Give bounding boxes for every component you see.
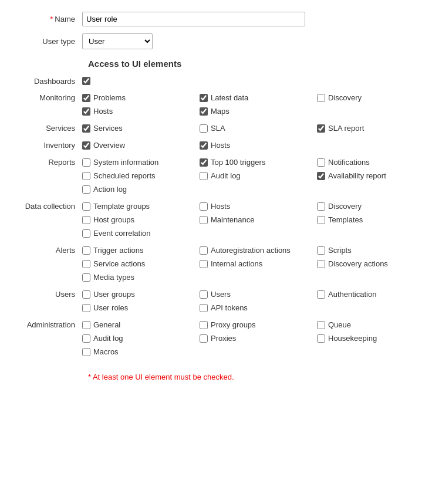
label-availability[interactable]: Availability report <box>328 171 386 180</box>
checkbox-system_info[interactable] <box>82 158 90 167</box>
label-autoreg_actions[interactable]: Autoregistration actions <box>211 246 291 255</box>
label-audit_log_adm[interactable]: Audit log <box>93 334 123 343</box>
user-type-label: User type <box>18 37 82 46</box>
checkbox-services[interactable] <box>82 124 90 133</box>
label-sla_report[interactable]: SLA report <box>328 124 364 133</box>
checkbox-scheduled_reports[interactable] <box>82 172 90 180</box>
label-user_roles[interactable]: User roles <box>93 303 128 312</box>
checkbox-host_groups[interactable] <box>82 216 90 224</box>
checkbox-autoreg_actions[interactable] <box>200 246 208 255</box>
label-discovery_dc[interactable]: Discovery <box>328 202 362 211</box>
checkbox-notifications[interactable] <box>317 158 325 167</box>
item-discovery_mon: Discovery <box>317 92 432 103</box>
checkbox-action_log[interactable] <box>82 185 90 194</box>
section-row-services: ServicesServicesSLASLA report <box>18 123 414 134</box>
section-items-services: ServicesSLASLA report <box>82 123 432 134</box>
checkbox-scripts[interactable] <box>317 246 325 255</box>
checkbox-problems[interactable] <box>82 94 90 102</box>
label-action_log[interactable]: Action log <box>93 185 127 194</box>
label-discovery_actions[interactable]: Discovery actions <box>328 259 388 268</box>
checkbox-service_actions[interactable] <box>82 260 90 268</box>
label-template_groups[interactable]: Template groups <box>93 202 150 211</box>
checkbox-trigger_actions[interactable] <box>82 246 90 255</box>
label-latest_data[interactable]: Latest data <box>211 93 248 102</box>
checkbox-macros[interactable] <box>82 348 90 356</box>
label-trigger_actions[interactable]: Trigger actions <box>93 246 144 255</box>
label-templates[interactable]: Templates <box>328 215 363 224</box>
checkbox-sla[interactable] <box>200 124 208 133</box>
label-maintenance[interactable]: Maintenance <box>211 215 254 224</box>
label-notifications[interactable]: Notifications <box>328 158 370 167</box>
label-media_types[interactable]: Media types <box>93 273 134 282</box>
section-row-inventory: InventoryOverviewHosts <box>18 140 414 151</box>
item-hosts_mon: Hosts <box>82 106 200 117</box>
label-event_corr[interactable]: Event correlation <box>93 229 151 238</box>
section-row-reports: ReportsSystem informationTop 100 trigger… <box>18 157 414 195</box>
section-items-administration: GeneralProxy groupsQueueAudit logProxies… <box>82 319 432 357</box>
label-system_info[interactable]: System information <box>93 158 158 167</box>
label-queue[interactable]: Queue <box>328 320 351 329</box>
checkbox-overview[interactable] <box>82 141 90 150</box>
checkbox-users_u[interactable] <box>200 290 208 299</box>
checkbox-discovery_mon[interactable] <box>317 94 325 102</box>
checkbox-media_types[interactable] <box>82 273 90 282</box>
checkbox-maintenance[interactable] <box>200 216 208 224</box>
checkbox-discovery_actions[interactable] <box>317 260 325 268</box>
item-maps: Maps <box>200 106 317 117</box>
checkbox-user_groups[interactable] <box>82 290 90 299</box>
checkbox-queue[interactable] <box>317 321 325 329</box>
name-input[interactable] <box>82 12 305 26</box>
label-problems[interactable]: Problems <box>93 93 126 102</box>
checkbox-api_tokens[interactable] <box>200 304 208 312</box>
checkbox-availability[interactable] <box>317 172 325 180</box>
checkbox-maps[interactable] <box>200 107 208 116</box>
label-proxy_groups[interactable]: Proxy groups <box>211 320 256 329</box>
label-sla[interactable]: SLA <box>211 124 225 133</box>
label-users_u[interactable]: Users <box>211 290 231 299</box>
checkbox-event_corr[interactable] <box>82 229 90 238</box>
checkbox-proxy_groups[interactable] <box>200 321 208 329</box>
label-discovery_mon[interactable]: Discovery <box>328 93 362 102</box>
item-proxy_groups: Proxy groups <box>200 319 317 330</box>
label-scripts[interactable]: Scripts <box>328 246 352 255</box>
label-host_groups[interactable]: Host groups <box>93 215 134 224</box>
label-audit_log_rep[interactable]: Audit log <box>211 171 241 180</box>
checkbox-general[interactable] <box>82 321 90 329</box>
checkbox-housekeeping[interactable] <box>317 334 325 343</box>
label-overview[interactable]: Overview <box>93 141 125 150</box>
checkbox-user_roles[interactable] <box>82 304 90 312</box>
label-general[interactable]: General <box>93 320 120 329</box>
label-macros[interactable]: Macros <box>93 347 119 356</box>
checkbox-authentication[interactable] <box>317 290 325 299</box>
checkbox-discovery_dc[interactable] <box>317 202 325 211</box>
label-user_groups[interactable]: User groups <box>93 290 135 299</box>
checkbox-sla_report[interactable] <box>317 124 325 133</box>
label-hosts_inv[interactable]: Hosts <box>211 141 230 150</box>
user-type-select[interactable]: User Admin Super admin <box>82 33 153 49</box>
label-top100[interactable]: Top 100 triggers <box>211 158 265 167</box>
checkbox-hosts_dc[interactable] <box>200 202 208 211</box>
checkbox-audit_log_rep[interactable] <box>200 172 208 180</box>
checkbox-latest_data[interactable] <box>200 94 208 102</box>
checkbox-template_groups[interactable] <box>82 202 90 211</box>
checkbox-audit_log_adm[interactable] <box>82 334 90 343</box>
label-internal_actions[interactable]: Internal actions <box>211 259 262 268</box>
checkbox-internal_actions[interactable] <box>200 260 208 268</box>
checkbox-proxies[interactable] <box>200 334 208 343</box>
checkbox-hosts_mon[interactable] <box>82 107 90 116</box>
item-problems: Problems <box>82 92 200 103</box>
label-maps[interactable]: Maps <box>211 107 230 116</box>
label-hosts_dc[interactable]: Hosts <box>211 202 230 211</box>
label-proxies[interactable]: Proxies <box>211 334 236 343</box>
label-hosts_mon[interactable]: Hosts <box>93 107 113 116</box>
label-service_actions[interactable]: Service actions <box>93 259 145 268</box>
checkbox-top100[interactable] <box>200 158 208 167</box>
checkbox-dashboards[interactable] <box>82 77 90 85</box>
label-housekeeping[interactable]: Housekeeping <box>328 334 377 343</box>
label-services[interactable]: Services <box>93 124 123 133</box>
checkbox-templates[interactable] <box>317 216 325 224</box>
label-scheduled_reports[interactable]: Scheduled reports <box>93 171 156 180</box>
label-api_tokens[interactable]: API tokens <box>211 303 248 312</box>
checkbox-hosts_inv[interactable] <box>200 141 208 150</box>
label-authentication[interactable]: Authentication <box>328 290 376 299</box>
